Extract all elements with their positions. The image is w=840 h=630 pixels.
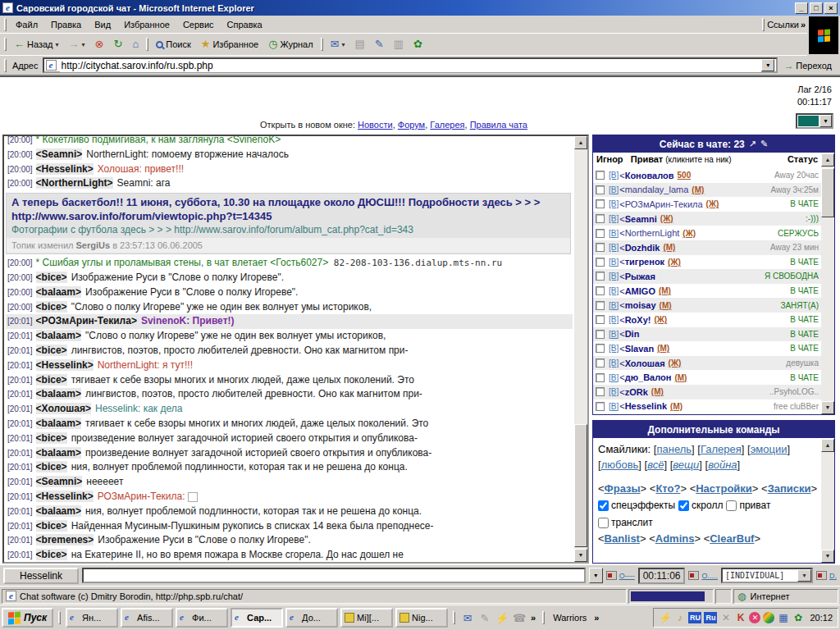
chat-nick[interactable]: <balaam>	[36, 418, 81, 429]
ignore-checkbox[interactable]	[596, 358, 605, 368]
messenger-button[interactable]: ✿	[409, 36, 427, 52]
smiley-link-things[interactable]: вещи	[673, 459, 699, 471]
user-gender[interactable]: (М)	[674, 373, 687, 382]
favorites-button[interactable]: ★ Избранное	[196, 36, 263, 52]
ignore-checkbox[interactable]	[596, 330, 605, 339]
task-button-active[interactable]: eСар...	[231, 608, 283, 628]
ignore-checkbox[interactable]	[596, 214, 605, 223]
chat-nick[interactable]: <Seamni>	[36, 148, 83, 160]
applet-widget-2[interactable]: O.....	[688, 571, 718, 580]
mail-button[interactable]: ✉ ▾	[326, 36, 350, 52]
privat-link[interactable]: [В]	[609, 286, 619, 295]
warriors-chevron-icon[interactable]: »	[592, 613, 600, 623]
user-gender[interactable]: (М)	[663, 243, 675, 252]
task-button[interactable]: Nig...	[395, 608, 448, 628]
message-input[interactable]	[82, 568, 586, 583]
privat-link[interactable]: [В]	[609, 185, 619, 194]
privat-link[interactable]: [В]	[609, 199, 619, 208]
link-news[interactable]: Новости	[358, 120, 393, 130]
warriors-toolbar-label[interactable]: Warriors	[550, 613, 590, 623]
commands-scrollbar[interactable]: ▲ ▼	[821, 439, 834, 563]
links-chevron-icon[interactable]: »	[799, 20, 807, 30]
chat-nick[interactable]: <balaam>	[36, 505, 81, 517]
chat-nick[interactable]: <balaam>	[36, 388, 81, 399]
user-nick[interactable]: Slavan	[625, 344, 654, 354]
chat-nick[interactable]: <Seamni>	[36, 476, 83, 487]
privat-link[interactable]: [В]	[609, 387, 619, 396]
address-input[interactable]	[60, 59, 762, 72]
color-select[interactable]: ▾	[796, 113, 833, 129]
taskbar-grip[interactable]	[453, 611, 455, 624]
user-nick[interactable]: Hesselink	[625, 401, 667, 411]
applet-widget-1[interactable]: O----	[606, 571, 635, 580]
user-gender[interactable]: 500	[678, 171, 692, 180]
stop-button[interactable]: ⊗	[90, 36, 109, 52]
go-button[interactable]: → Переход	[778, 59, 838, 72]
applet-widget-3[interactable]: D.	[816, 571, 837, 580]
ignore-checkbox[interactable]	[596, 171, 605, 180]
scroll-thumb[interactable]	[821, 168, 834, 217]
link-gallery[interactable]: Галерея	[430, 120, 464, 130]
user-gender[interactable]: (Ж)	[660, 214, 673, 223]
user-nick[interactable]: Рыжая	[625, 272, 655, 281]
kaspersky-icon[interactable]: K	[734, 612, 746, 624]
chat-nick[interactable]: <bice>	[36, 374, 67, 386]
search-button[interactable]: Поиск	[151, 37, 195, 52]
network-tray-icon[interactable]: ▦	[777, 612, 789, 624]
chat-nick[interactable]: <bice>	[36, 301, 67, 313]
ignore-checkbox[interactable]	[596, 387, 605, 396]
forward-button[interactable]: → ▾	[64, 36, 90, 52]
quicklaunch-chevron-icon[interactable]: »	[529, 613, 537, 623]
chat-nick[interactable]: <bice>	[36, 432, 67, 444]
chat-nick[interactable]: <bremenes>	[36, 534, 94, 546]
privat-link[interactable]: [В]	[609, 315, 619, 324]
chat-nick[interactable]: <balaam>	[36, 286, 81, 298]
menu-favorites[interactable]: Избранное	[117, 17, 176, 32]
user-nick[interactable]: NorthernLight	[625, 228, 680, 238]
notepad-icon[interactable]: ✎	[477, 612, 492, 624]
minimize-button[interactable]: _	[795, 2, 808, 14]
task-button[interactable]: eДо...	[285, 608, 338, 628]
ignore-checkbox[interactable]	[596, 373, 605, 382]
user-gender[interactable]: (М)	[659, 286, 671, 295]
users-scrollbar[interactable]: ▲ ▼	[821, 153, 834, 414]
privat-link[interactable]: [В]	[609, 344, 619, 353]
task-button[interactable]: eЯн...	[66, 608, 118, 628]
privat-link[interactable]: [В]	[609, 229, 619, 238]
privat-link[interactable]: [В]	[609, 330, 619, 339]
scroll-option[interactable]: скролл	[678, 498, 723, 514]
refresh-list-icon[interactable]: ↗	[749, 139, 756, 149]
address-bar-grip[interactable]	[4, 59, 7, 72]
scroll-up-icon[interactable]: ▲	[821, 439, 834, 452]
user-nick[interactable]: Коновалов	[625, 171, 674, 180]
user-gender[interactable]: (М)	[660, 301, 672, 310]
language-indicator-ru[interactable]: RU	[688, 612, 701, 623]
user-nick[interactable]: mandalay_lama	[625, 185, 689, 194]
ignore-checkbox[interactable]	[596, 315, 605, 324]
user-gender[interactable]: (М)	[657, 344, 669, 353]
recipient-select[interactable]: [INDIVIDUAL] ▾	[721, 568, 813, 583]
user-gender[interactable]: (М)	[670, 402, 682, 411]
topic-link-2[interactable]: http://www.sarov.info/forum/album_cat.ph…	[174, 224, 413, 235]
user-gender[interactable]: (Ж)	[706, 199, 719, 208]
ignore-checkbox[interactable]	[596, 185, 605, 194]
chat-nick[interactable]: <bice>	[36, 549, 67, 560]
outlook-icon[interactable]: ✉	[460, 612, 475, 624]
ignore-checkbox[interactable]	[596, 402, 605, 411]
translit-option[interactable]: транслит	[598, 515, 653, 531]
scroll-checkbox[interactable]	[678, 500, 689, 511]
privat-link[interactable]: [В]	[609, 373, 619, 382]
winamp-icon[interactable]: ⚡	[495, 612, 509, 624]
user-nick[interactable]: Dozhdik	[625, 243, 660, 253]
nick-button[interactable]: Hesselink	[3, 568, 79, 584]
page-button[interactable]: ▥	[389, 36, 409, 52]
chat-nick[interactable]: <Hesselink>	[36, 359, 94, 371]
task-button[interactable]: eAfis...	[121, 608, 173, 628]
taskbar-grip[interactable]	[58, 611, 61, 624]
chat-nick[interactable]: <Hesselink>	[36, 163, 94, 175]
home-button[interactable]: ⌂	[127, 36, 144, 52]
links-bar-label[interactable]: Ссылки	[767, 20, 799, 30]
chat-scrollbar[interactable]: ▲ ▼	[574, 136, 587, 562]
scroll-down-icon[interactable]: ▼	[821, 550, 834, 563]
volume-icon[interactable]: ♪	[673, 612, 686, 624]
